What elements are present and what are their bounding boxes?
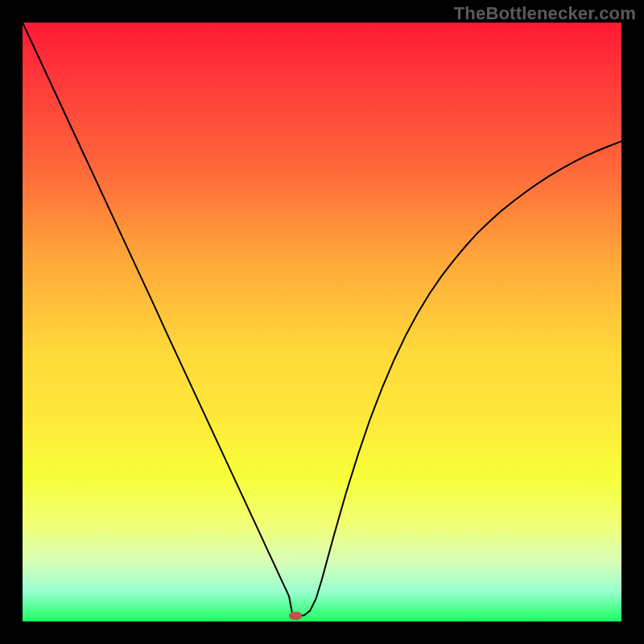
chart-plot-area	[23, 23, 621, 621]
minimum-marker	[289, 612, 302, 620]
watermark-text: TheBottlenecker.com	[454, 3, 636, 24]
bottleneck-curve	[23, 23, 621, 621]
